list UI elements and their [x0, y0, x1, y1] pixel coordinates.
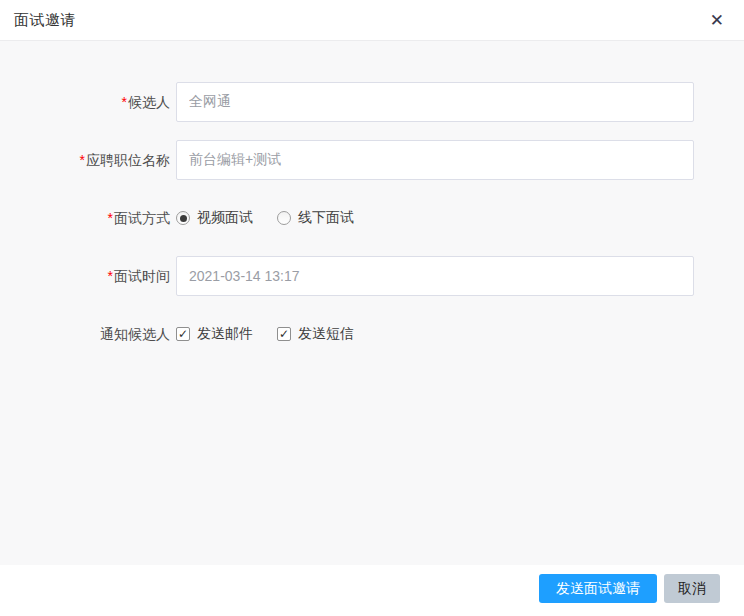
required-star: * [122, 94, 127, 110]
checkbox-send-sms-label: 发送短信 [298, 325, 354, 343]
radio-video-interview-label: 视频面试 [197, 209, 253, 227]
radio-selected-icon [176, 211, 190, 225]
position-input[interactable] [176, 140, 694, 180]
position-label: *应聘职位名称 [0, 140, 170, 180]
notify-candidate-label: 通知候选人 [0, 314, 170, 354]
form-row-interview-time: *面试时间 [0, 256, 744, 296]
required-star: * [108, 210, 113, 226]
required-star: * [108, 268, 113, 284]
form-row-position: *应聘职位名称 [0, 140, 744, 180]
form-row-candidate: *候选人 [0, 82, 744, 122]
interview-method-label: *面试方式 [0, 198, 170, 238]
required-star: * [80, 152, 85, 168]
dialog-header: 面试邀请 ✕ [0, 0, 744, 41]
dialog-footer: 发送面试邀请 取消 [0, 565, 744, 616]
dialog-body: *候选人 *应聘职位名称 *面试方式 视频面试 [0, 41, 744, 565]
checkbox-send-email-label: 发送邮件 [197, 325, 253, 343]
dialog-title: 面试邀请 [14, 11, 76, 30]
interview-time-input[interactable] [176, 256, 694, 296]
radio-unselected-icon [277, 211, 291, 225]
radio-offline-interview[interactable]: 线下面试 [277, 209, 354, 227]
checkbox-checked-icon [176, 327, 190, 341]
send-invitation-button[interactable]: 发送面试邀请 [539, 574, 657, 603]
cancel-button[interactable]: 取消 [664, 574, 720, 603]
candidate-label: *候选人 [0, 82, 170, 122]
radio-offline-interview-label: 线下面试 [298, 209, 354, 227]
form-row-notify-candidate: 通知候选人 发送邮件 发送短信 [0, 314, 744, 354]
radio-video-interview[interactable]: 视频面试 [176, 209, 253, 227]
form-row-interview-method: *面试方式 视频面试 线下面试 [0, 198, 744, 238]
candidate-input[interactable] [176, 82, 694, 122]
close-icon[interactable]: ✕ [706, 10, 728, 31]
checkbox-send-email[interactable]: 发送邮件 [176, 325, 253, 343]
interview-invitation-dialog: 面试邀请 ✕ *候选人 *应聘职位名称 *面试方式 [0, 0, 744, 616]
checkbox-checked-icon [277, 327, 291, 341]
checkbox-send-sms[interactable]: 发送短信 [277, 325, 354, 343]
interview-time-label: *面试时间 [0, 256, 170, 296]
